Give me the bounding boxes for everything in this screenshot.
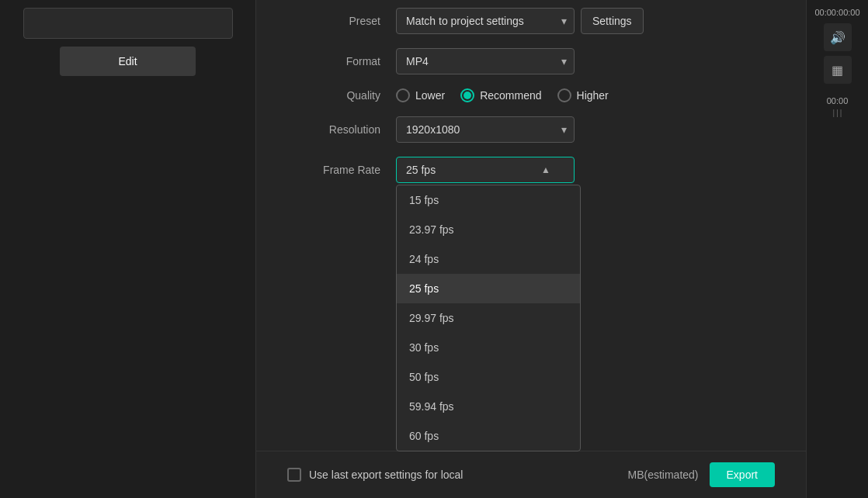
framerate-row: Frame Rate 25 fps ▲ 15 fps 23.97 fps 24 … [287, 157, 775, 183]
format-dropdown-wrapper: MP4 [396, 48, 575, 74]
quality-recommend-option[interactable]: Recommend [460, 88, 541, 102]
bottom-bar: Use last export settings for local MB(es… [256, 451, 806, 498]
quality-label: Quality [287, 89, 380, 102]
quality-higher-label: Higher [577, 89, 609, 102]
framerate-dropdown-menu: 15 fps 23.97 fps 24 fps 25 fps 29.97 fps… [396, 185, 581, 451]
preset-dropdown-wrapper: Match to project settings [396, 8, 575, 34]
quality-recommend-radio [460, 88, 474, 102]
chevron-up-icon: ▲ [541, 164, 550, 175]
last-export-label: Use last export settings for local [309, 469, 463, 481]
time-display-top: 00:00:00:00 [814, 8, 859, 17]
framerate-option-15fps[interactable]: 15 fps [397, 185, 580, 215]
framerate-trigger[interactable]: 25 fps ▲ [396, 157, 575, 183]
preset-dropdown[interactable]: Match to project settings [396, 8, 575, 34]
framerate-option-60fps[interactable]: 60 fps [397, 421, 580, 451]
format-row: Format MP4 [287, 48, 775, 74]
framerate-option-5994fps[interactable]: 59.94 fps [397, 392, 580, 421]
quality-recommend-inner [464, 92, 471, 99]
settings-button[interactable]: Settings [581, 8, 644, 34]
preset-row: Preset Match to project settings Setting… [287, 8, 775, 34]
framerate-option-24fps[interactable]: 24 fps [397, 244, 580, 274]
timeline-area: 00:00 | | | [811, 96, 864, 117]
framerate-option-30fps[interactable]: 30 fps [397, 333, 580, 362]
grid-icon: ▦ [832, 63, 843, 78]
framerate-wrapper: 25 fps ▲ 15 fps 23.97 fps 24 fps 25 fps … [396, 157, 575, 183]
volume-button[interactable]: 🔊 [824, 23, 852, 51]
time-display-bottom: 00:00 [827, 96, 849, 105]
quality-recommend-label: Recommend [480, 89, 541, 102]
settings-area: Preset Match to project settings Setting… [256, 0, 806, 278]
resolution-dropdown[interactable]: 1920x1080 [396, 116, 575, 143]
framerate-option-25fps[interactable]: 25 fps [397, 274, 580, 303]
resolution-row: Resolution 1920x1080 [287, 116, 775, 143]
format-dropdown[interactable]: MP4 [396, 48, 575, 74]
last-export-checkbox[interactable] [287, 468, 301, 482]
framerate-option-2397fps[interactable]: 23.97 fps [397, 215, 580, 244]
left-panel: Edit [0, 0, 256, 498]
framerate-label: Frame Rate [287, 164, 380, 176]
quality-lower-label: Lower [415, 89, 445, 102]
framerate-value: 25 fps [406, 164, 436, 176]
framerate-option-2997fps[interactable]: 29.97 fps [397, 303, 580, 333]
right-bottom: MB(estimated) Export [628, 462, 776, 487]
volume-icon: 🔊 [830, 30, 845, 45]
quality-row: Quality Lower Recommend Higher [287, 88, 775, 102]
quality-options: Lower Recommend Higher [396, 88, 609, 102]
quality-lower-option[interactable]: Lower [396, 88, 445, 102]
main-panel: Preset Match to project settings Setting… [256, 0, 806, 498]
grid-button[interactable]: ▦ [824, 56, 852, 84]
preset-label: Preset [287, 15, 380, 27]
right-panel: 00:00:00:00 🔊 ▦ 00:00 | | | [806, 0, 868, 498]
resolution-dropdown-wrapper: 1920x1080 [396, 116, 575, 143]
export-button[interactable]: Export [710, 462, 775, 487]
framerate-option-50fps[interactable]: 50 fps [397, 362, 580, 392]
format-label: Format [287, 55, 380, 67]
preset-controls: Match to project settings Settings [396, 8, 644, 34]
checkbox-row: Use last export settings for local [287, 468, 463, 482]
resolution-label: Resolution [287, 123, 380, 136]
estimated-size: MB(estimated) [628, 469, 699, 481]
quality-higher-radio [557, 88, 571, 102]
quality-higher-option[interactable]: Higher [557, 88, 609, 102]
edit-button[interactable]: Edit [60, 47, 196, 76]
quality-lower-radio [396, 88, 410, 102]
preview-box [23, 8, 233, 39]
